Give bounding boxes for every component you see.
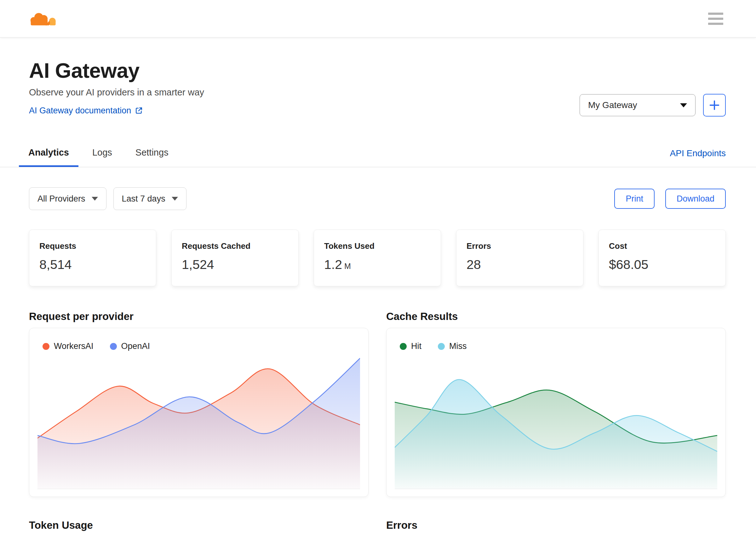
legend-label: Hit xyxy=(411,341,422,351)
tab-logs-label: Logs xyxy=(92,148,112,158)
chevron-down-icon xyxy=(172,197,178,201)
chart-section-requests-per-provider: Request per provider WorkersAI OpenAI xyxy=(29,310,368,497)
cache-results-plot xyxy=(395,355,717,489)
page-subtitle: Observe your AI providers in a smarter w… xyxy=(29,86,204,99)
area-chart-cache-results xyxy=(395,355,717,489)
download-button[interactable]: Download xyxy=(665,189,726,209)
add-gateway-button[interactable] xyxy=(703,94,726,117)
bottom-sections-row: Token Usage Errors xyxy=(29,519,726,532)
filters-row: All Providers Last 7 days Print Download xyxy=(29,187,726,210)
hamburger-menu-icon[interactable] xyxy=(708,13,723,25)
legend-item-miss: Miss xyxy=(438,341,467,351)
cloudflare-logo[interactable] xyxy=(29,11,58,26)
stat-value: 28 xyxy=(466,257,573,272)
chart-section-cache-results: Cache Results Hit Miss xyxy=(386,310,726,497)
tabs: Analytics Logs Settings xyxy=(19,140,182,167)
tab-logs[interactable]: Logs xyxy=(83,140,121,167)
hit-legend-dot xyxy=(400,343,407,350)
gateway-select-value: My Gateway xyxy=(588,100,637,110)
stat-cards-row: Requests 8,514 Requests Cached 1,524 Tok… xyxy=(29,230,726,286)
gateway-select[interactable]: My Gateway xyxy=(580,94,696,116)
page-header-left: AI Gateway Observe your AI providers in … xyxy=(29,58,204,117)
stat-value-number: 1.2 xyxy=(324,257,342,272)
page-header-right: My Gateway xyxy=(580,94,726,117)
external-link-icon xyxy=(135,107,143,115)
chart-card: Hit Miss xyxy=(386,328,726,497)
stat-card-requests: Requests 8,514 xyxy=(29,230,156,286)
stat-card-errors: Errors 28 xyxy=(456,230,583,286)
section-title-errors: Errors xyxy=(386,519,726,532)
stat-label: Requests Cached xyxy=(182,241,288,251)
cloudflare-logo-light-cloud xyxy=(49,17,56,25)
chart-legend: WorkersAI OpenAI xyxy=(38,341,360,351)
chevron-down-icon xyxy=(92,197,98,201)
stat-value: 8,514 xyxy=(39,257,146,272)
chart-title: Cache Results xyxy=(386,310,726,323)
legend-item-hit: Hit xyxy=(400,341,422,351)
tab-settings[interactable]: Settings xyxy=(126,140,178,167)
legend-item-openai: OpenAI xyxy=(110,341,150,351)
stat-label: Requests xyxy=(39,241,146,251)
cloudflare-logo-cloud xyxy=(31,13,50,25)
tab-analytics-label: Analytics xyxy=(28,148,69,158)
date-range-select[interactable]: Last 7 days xyxy=(114,187,187,210)
stat-value: 1,524 xyxy=(182,257,288,272)
top-bar xyxy=(0,0,756,38)
legend-label: WorkersAI xyxy=(54,341,93,351)
chart-card: WorkersAI OpenAI xyxy=(29,328,368,497)
chart-title: Request per provider xyxy=(29,310,368,323)
page-header: AI Gateway Observe your AI providers in … xyxy=(0,38,756,117)
requests-per-provider-plot xyxy=(38,355,360,489)
workersai-legend-dot xyxy=(43,343,50,350)
plus-icon xyxy=(708,99,721,112)
stat-card-cost: Cost $68.05 xyxy=(599,230,726,286)
legend-item-workersai: WorkersAI xyxy=(43,341,93,351)
stat-label: Errors xyxy=(466,241,573,251)
chart-legend: Hit Miss xyxy=(395,341,717,351)
stat-label: Tokens Used xyxy=(324,241,430,251)
filters-right: Print Download xyxy=(614,189,726,209)
stat-card-tokens-used: Tokens Used 1.2M xyxy=(314,230,441,286)
tab-bar: Analytics Logs Settings API Endpoints xyxy=(0,140,756,167)
provider-select-value: All Providers xyxy=(38,194,86,204)
section-title-token-usage: Token Usage xyxy=(29,519,368,532)
date-range-select-value: Last 7 days xyxy=(122,194,165,204)
provider-select[interactable]: All Providers xyxy=(29,187,107,210)
documentation-link-label: AI Gateway documentation xyxy=(29,104,131,117)
page-title: AI Gateway xyxy=(29,58,204,83)
stat-label: Cost xyxy=(609,241,715,251)
legend-label: Miss xyxy=(449,341,467,351)
print-button[interactable]: Print xyxy=(614,189,655,209)
stat-value: 1.2M xyxy=(324,257,430,272)
chevron-down-icon xyxy=(680,103,687,107)
legend-label: OpenAI xyxy=(121,341,150,351)
stat-value-unit: M xyxy=(344,262,351,271)
miss-legend-dot xyxy=(438,343,445,350)
stat-value: $68.05 xyxy=(609,257,715,272)
area-chart-requests-per-provider xyxy=(38,355,360,489)
stat-card-requests-cached: Requests Cached 1,524 xyxy=(171,230,299,286)
filters-left: All Providers Last 7 days xyxy=(29,187,187,210)
openai-legend-dot xyxy=(110,343,117,350)
tab-analytics[interactable]: Analytics xyxy=(19,140,79,167)
documentation-link[interactable]: AI Gateway documentation xyxy=(29,104,143,117)
api-endpoints-link[interactable]: API Endpoints xyxy=(670,148,726,158)
charts-row: Request per provider WorkersAI OpenAI Ca… xyxy=(29,310,726,497)
tab-settings-label: Settings xyxy=(135,148,168,158)
